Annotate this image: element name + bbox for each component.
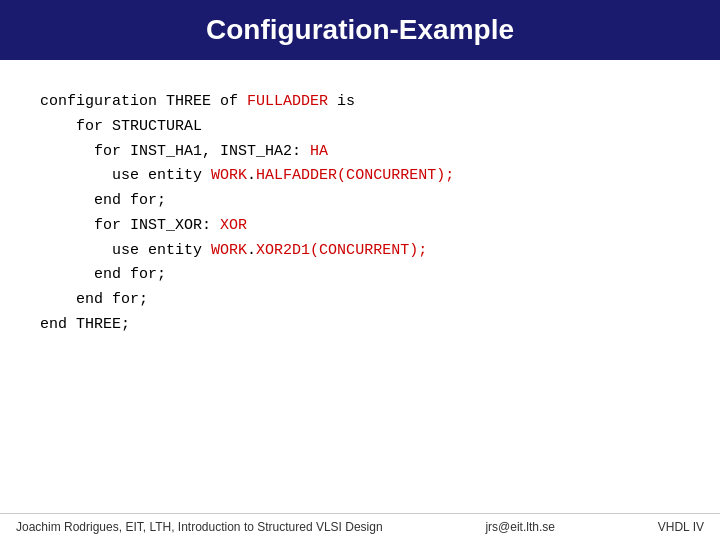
footer-course: VHDL IV [658,520,704,534]
code-end3: end [76,291,103,308]
code-keyword: configuration [40,93,157,110]
code-use1: use [112,167,139,184]
code-for6: for; [112,291,148,308]
title-bar: Configuration-Example [0,0,720,60]
slide-title: Configuration-Example [206,14,514,45]
code-fulladder: FULLADDER [247,93,328,110]
code-for4: for [94,217,121,234]
code-halfadder: HALFADDER(CONCURRENT); [256,167,454,184]
code-use2: use [112,242,139,259]
code-block: configuration THREE of FULLADDER is for … [40,90,680,338]
code-work1: WORK [211,167,247,184]
main-content: configuration THREE of FULLADDER is for … [0,60,720,500]
code-for2: for [94,143,121,160]
code-dot1: . [247,167,256,184]
code-xor: XOR [220,217,247,234]
code-dot2: . [247,242,256,259]
code-work2: WORK [211,242,247,259]
code-of: of [220,93,238,110]
code-entity1: entity [148,167,202,184]
code-for1: for [76,118,103,135]
footer-author: Joachim Rodrigues, EIT, LTH, Introductio… [16,520,383,534]
code-end4: end [40,316,67,333]
code-end1: end [94,192,121,209]
code-xor2d1: XOR2D1(CONCURRENT); [256,242,427,259]
code-for3: for; [130,192,166,209]
code-for5: for; [130,266,166,283]
code-is: is [337,93,355,110]
footer: Joachim Rodrigues, EIT, LTH, Introductio… [0,513,720,540]
footer-email: jrs@eit.lth.se [485,520,555,534]
code-end2: end [94,266,121,283]
code-entity2: entity [148,242,202,259]
code-ha: HA [310,143,328,160]
